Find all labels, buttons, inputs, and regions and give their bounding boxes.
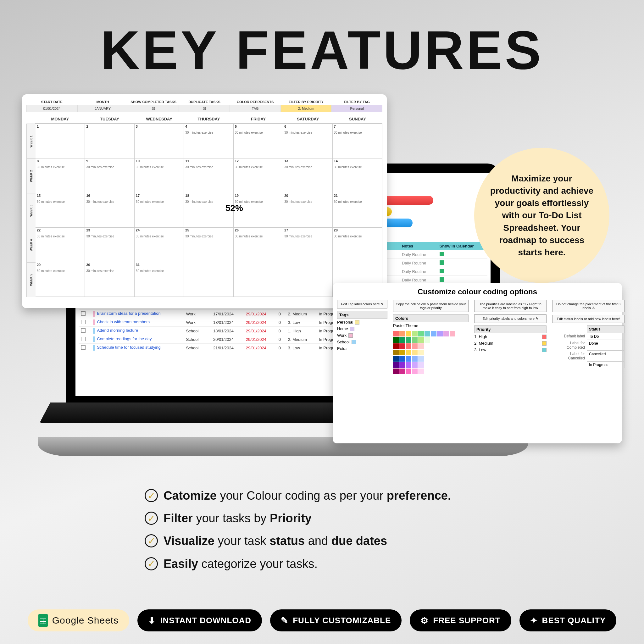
palette-swatch[interactable]	[406, 343, 411, 349]
palette-swatch[interactable]	[393, 350, 399, 355]
calendar-cell[interactable]: 930 minutes exercise	[85, 158, 134, 193]
checkbox-icon[interactable]	[440, 260, 444, 265]
tag-row[interactable]: School	[337, 339, 387, 345]
priority-row[interactable]: 1. High	[474, 333, 547, 340]
status-row[interactable]: Label for CompletedDone	[552, 340, 625, 351]
calendar-cell[interactable]	[184, 262, 233, 297]
palette-swatch[interactable]	[406, 362, 411, 368]
calendar-cell[interactable]: 1130 minutes exercise	[184, 158, 233, 193]
calendar-cell[interactable]: 2330 minutes exercise	[85, 228, 134, 262]
palette-swatch[interactable]	[399, 331, 405, 336]
palette-swatch[interactable]	[412, 362, 418, 368]
calendar-cell[interactable]	[283, 262, 332, 297]
palette-swatch[interactable]	[412, 331, 418, 336]
palette-swatch[interactable]	[425, 331, 430, 336]
calendar-cell[interactable]: 1430 minutes exercise	[333, 158, 382, 193]
palette-swatch[interactable]	[406, 350, 411, 355]
calendar-cell[interactable]: 1530 minutes exercise	[36, 193, 85, 228]
palette-swatch[interactable]	[393, 331, 399, 336]
palette-swatch[interactable]	[393, 356, 399, 362]
calendar-cell[interactable]: 2130 minutes exercise	[333, 193, 382, 228]
palette-swatch[interactable]	[418, 356, 424, 362]
calendar-cell[interactable]: 2630 minutes exercise	[234, 228, 283, 262]
tag-row[interactable]: Work	[337, 332, 387, 339]
calendar-cell[interactable]	[234, 262, 283, 297]
calendar-cell[interactable]: 2530 minutes exercise	[184, 228, 233, 262]
palette-swatch[interactable]	[399, 362, 405, 368]
checkbox-icon[interactable]	[440, 269, 444, 273]
calendar-cell[interactable]: 3030 minutes exercise	[85, 262, 134, 297]
palette-swatch[interactable]	[443, 331, 449, 336]
filter-value[interactable]: TAG	[230, 105, 281, 112]
tag-row[interactable]: Personal	[337, 319, 387, 325]
checkbox-icon[interactable]	[81, 328, 86, 333]
calendar-cell[interactable]: 730 minutes exercise	[333, 124, 382, 158]
tag-row[interactable]: Home	[337, 325, 387, 332]
palette-swatch[interactable]	[425, 337, 430, 343]
palette-swatch[interactable]	[412, 337, 418, 343]
calendar-cell[interactable]: 1030 minutes exercise	[135, 158, 184, 193]
filter-value[interactable]: Personal	[331, 105, 382, 112]
calendar-cell[interactable]: 2930 minutes exercise	[36, 262, 85, 297]
palette-swatch[interactable]	[412, 350, 418, 355]
filter-value[interactable]: JANUARY	[77, 105, 128, 112]
color-palette[interactable]	[393, 331, 469, 374]
palette-swatch[interactable]	[450, 331, 455, 336]
palette-swatch[interactable]	[399, 337, 405, 343]
calendar-cell[interactable]: 1	[36, 124, 85, 158]
calendar-cell[interactable]: 1630 minutes exercise	[85, 193, 134, 228]
palette-swatch[interactable]	[412, 356, 418, 362]
checkbox-icon[interactable]	[81, 311, 86, 316]
calendar-cell[interactable]: 430 minutes exercise	[184, 124, 233, 158]
palette-swatch[interactable]	[418, 343, 424, 349]
calendar-cell[interactable]: 630 minutes exercise	[283, 124, 332, 158]
checkbox-icon[interactable]	[81, 320, 86, 324]
priority-row[interactable]: 3. Low	[474, 347, 547, 353]
palette-swatch[interactable]	[406, 337, 411, 343]
calendar-cell[interactable]: 1230 minutes exercise	[234, 158, 283, 193]
palette-swatch[interactable]	[406, 369, 411, 374]
calendar-cell[interactable]: 2430 minutes exercise	[135, 228, 184, 262]
palette-swatch[interactable]	[418, 369, 424, 374]
palette-swatch[interactable]	[393, 337, 399, 343]
palette-swatch[interactable]	[412, 343, 418, 349]
filter-value[interactable]: ☑	[128, 105, 179, 112]
palette-swatch[interactable]	[412, 369, 418, 374]
palette-swatch[interactable]	[393, 369, 399, 374]
calendar-cell[interactable]: 3	[135, 124, 184, 158]
calendar-cell[interactable]: 2030 minutes exercise	[283, 193, 332, 228]
checkbox-icon[interactable]	[81, 345, 86, 350]
status-row[interactable]: In Progress	[552, 361, 625, 368]
palette-swatch[interactable]	[418, 350, 424, 355]
filter-value[interactable]: ☑	[179, 105, 230, 112]
calendar-cell[interactable]: 1730 minutes exercise	[135, 193, 184, 228]
calendar-cell[interactable]: 530 minutes exercise	[234, 124, 283, 158]
palette-swatch[interactable]	[431, 331, 436, 336]
palette-swatch[interactable]	[393, 362, 399, 368]
filter-value[interactable]: 01/01/2024	[26, 105, 77, 112]
palette-swatch[interactable]	[418, 337, 424, 343]
status-row[interactable]: Default labelTo Do	[552, 333, 625, 340]
calendar-cell[interactable]: 2230 minutes exercise	[36, 228, 85, 262]
filter-value[interactable]: 2. Medium	[281, 105, 332, 112]
palette-swatch[interactable]	[399, 343, 405, 349]
priority-row[interactable]: 2. Medium	[474, 340, 547, 347]
status-row[interactable]: Label for CancelledCancelled	[552, 351, 625, 361]
palette-swatch[interactable]	[393, 343, 399, 349]
palette-swatch[interactable]	[418, 362, 424, 368]
calendar-cell[interactable]: 2	[85, 124, 134, 158]
calendar-cell[interactable]: 3130 minutes exercise	[135, 262, 184, 297]
calendar-cell[interactable]: 2730 minutes exercise	[283, 228, 332, 262]
calendar-cell[interactable]: 830 minutes exercise	[36, 158, 85, 193]
checkbox-icon[interactable]	[440, 277, 444, 282]
palette-swatch[interactable]	[406, 331, 411, 336]
palette-swatch[interactable]	[406, 356, 411, 362]
palette-swatch[interactable]	[399, 356, 405, 362]
palette-swatch[interactable]	[399, 350, 405, 355]
calendar-cell[interactable]: 1330 minutes exercise	[283, 158, 332, 193]
palette-swatch[interactable]	[399, 369, 405, 374]
checkbox-icon[interactable]	[81, 337, 86, 341]
checkbox-icon[interactable]	[440, 252, 444, 256]
palette-swatch[interactable]	[437, 331, 443, 336]
calendar-cell[interactable]: 2830 minutes exercise	[333, 228, 382, 262]
